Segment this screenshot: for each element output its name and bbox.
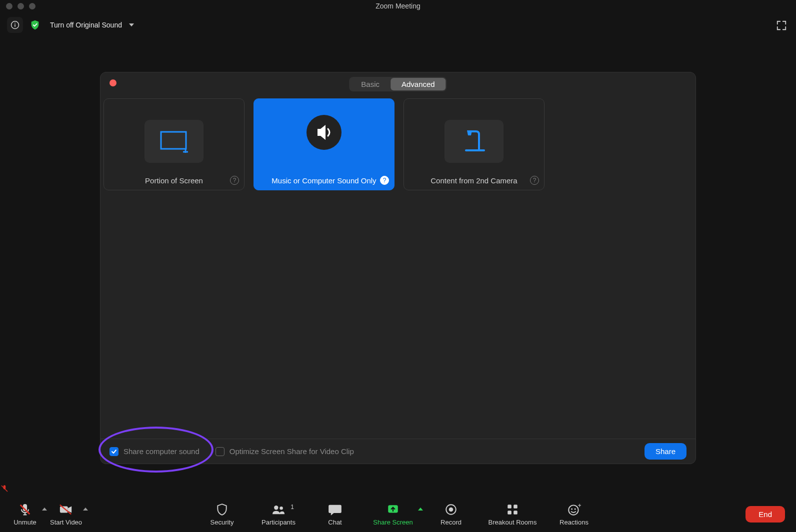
share-sound-label: Share computer sound (124, 447, 200, 456)
svg-point-11 (280, 506, 283, 510)
chevron-up-icon[interactable] (418, 508, 423, 511)
original-sound-label: Turn off Original Sound (50, 21, 122, 29)
share-option-label: Content from 2nd Camera (404, 176, 544, 185)
security-button[interactable]: Security (206, 503, 238, 526)
chat-button[interactable]: Chat (319, 503, 351, 526)
security-label: Security (210, 519, 234, 526)
chat-icon (328, 503, 342, 517)
sound-icon-box (306, 114, 342, 151)
share-screen-panel: Basic Advanced Portion of Screen ? (100, 72, 696, 464)
shield-check-icon (30, 19, 40, 30)
participants-count: 1 (290, 504, 294, 511)
breakout-rooms-icon (506, 503, 520, 517)
chevron-up-icon[interactable] (42, 508, 47, 511)
camera-off-icon (59, 503, 73, 517)
record-label: Record (440, 519, 462, 526)
enter-fullscreen-button[interactable] (776, 20, 787, 31)
optimize-label: Optimize Screen Share for Video Clip (230, 447, 354, 456)
svg-rect-17 (508, 511, 512, 515)
mic-muted-icon (18, 503, 32, 517)
unmute-button[interactable]: Unmute (9, 503, 41, 526)
tab-basic[interactable]: Basic (350, 78, 390, 90)
share-screen-icon (386, 503, 400, 517)
svg-point-20 (571, 508, 572, 510)
unmute-label: Unmute (14, 519, 36, 526)
second-camera-icon-box (444, 120, 504, 163)
toolbar-right-group: End (746, 506, 796, 523)
svg-text:+: + (578, 503, 581, 509)
breakout-rooms-button[interactable]: Breakout Rooms (485, 503, 540, 526)
share-screen-label: Share Screen (373, 519, 413, 526)
meeting-info-button[interactable] (7, 17, 23, 33)
svg-rect-18 (514, 511, 518, 515)
share-button[interactable]: Share (644, 443, 686, 460)
mic-muted-icon (0, 484, 9, 493)
window-titlebar: Zoom Meeting (0, 0, 796, 12)
svg-rect-8 (60, 506, 68, 513)
svg-rect-3 (161, 132, 186, 149)
reactions-icon: + (567, 503, 581, 517)
participants-icon (272, 503, 286, 517)
original-sound-toggle[interactable]: Turn off Original Sound (47, 17, 140, 33)
portion-of-screen-icon-box (144, 120, 204, 163)
svg-point-10 (274, 506, 278, 510)
start-video-button[interactable]: Start Video (50, 503, 82, 526)
encryption-status-button[interactable] (27, 17, 43, 33)
share-computer-sound-checkbox[interactable]: Share computer sound (110, 447, 200, 456)
svg-rect-1 (14, 24, 16, 27)
share-screen-button[interactable]: Share Screen (369, 503, 417, 526)
checkbox-checked-icon (110, 447, 118, 456)
breakout-rooms-label: Breakout Rooms (488, 519, 537, 526)
svg-rect-2 (14, 23, 16, 24)
share-options-grid: Portion of Screen ? Music or Computer So… (104, 98, 544, 190)
share-option-portion-of-screen[interactable]: Portion of Screen ? (104, 98, 244, 190)
svg-point-19 (568, 505, 578, 515)
tab-advanced[interactable]: Advanced (390, 78, 446, 90)
record-icon (444, 503, 458, 517)
svg-rect-16 (514, 505, 518, 509)
share-option-computer-sound[interactable]: Music or Computer Sound Only ? (254, 98, 394, 190)
chevron-down-icon (129, 23, 134, 26)
end-meeting-button[interactable]: End (746, 506, 785, 523)
svg-point-21 (574, 508, 576, 510)
share-option-label: Portion of Screen (104, 176, 244, 185)
portion-of-screen-icon (159, 130, 189, 153)
expand-icon (776, 20, 787, 31)
share-panel-footer: Share computer sound Optimize Screen Sha… (100, 439, 696, 464)
reactions-button[interactable]: + Reactions (558, 503, 590, 526)
chat-label: Chat (328, 519, 342, 526)
optimize-video-checkbox[interactable]: Optimize Screen Share for Video Clip (216, 447, 354, 456)
self-mic-muted-indicator (0, 484, 10, 494)
toolbar-left-group: Unmute Start Video (0, 503, 82, 526)
shield-icon (215, 503, 229, 517)
participants-label: Participants (262, 519, 296, 526)
participants-button[interactable]: 1 Participants (256, 503, 301, 526)
panel-close-button[interactable] (110, 79, 116, 86)
share-tabs: Basic Advanced (349, 77, 446, 91)
window-title: Zoom Meeting (0, 2, 796, 10)
top-controls: Turn off Original Sound (7, 17, 140, 33)
speaker-icon (306, 114, 342, 151)
help-icon[interactable]: ? (230, 176, 239, 185)
help-icon[interactable]: ? (530, 176, 539, 185)
toolbar-center-group: Security 1 Participants Chat (206, 503, 590, 526)
desk-lamp-icon (459, 128, 489, 154)
record-button[interactable]: Record (435, 503, 467, 526)
svg-point-14 (449, 507, 454, 512)
window-close-dot[interactable] (6, 3, 12, 9)
start-video-label: Start Video (50, 519, 82, 526)
info-icon (10, 20, 20, 29)
reactions-label: Reactions (560, 519, 588, 526)
window-zoom-dot[interactable] (29, 3, 36, 9)
help-icon[interactable]: ? (380, 176, 389, 185)
share-option-label: Music or Computer Sound Only (254, 176, 394, 185)
checkbox-unchecked-icon (216, 447, 224, 456)
meeting-toolbar: Unmute Start Video Security (0, 496, 796, 532)
svg-rect-15 (508, 505, 512, 509)
window-traffic-lights[interactable] (6, 3, 36, 9)
window-minimize-dot[interactable] (18, 3, 24, 9)
share-option-second-camera[interactable]: Content from 2nd Camera ? (404, 98, 544, 190)
chevron-up-icon[interactable] (83, 508, 88, 511)
